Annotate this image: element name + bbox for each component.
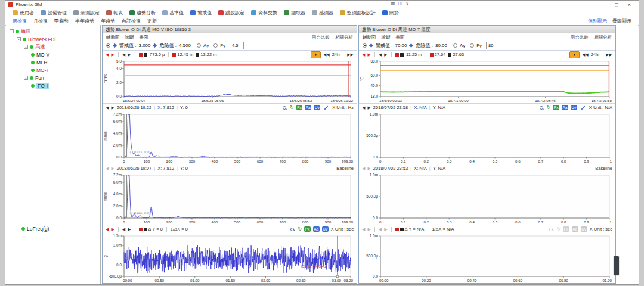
wave-prev-red-arrow-icon[interactable]: ◀ bbox=[106, 227, 109, 231]
measurement-item[interactable]: LoFreq(g) bbox=[6, 226, 100, 232]
temperature-waveform-chart[interactable]: 1.0m500.0μ0.000:0000.2000.4000.6000.8001… bbox=[359, 233, 615, 283]
tree-node-Fun[interactable]: -Fun bbox=[7, 74, 100, 82]
threshold-radio[interactable] bbox=[106, 43, 110, 48]
wave-zoom-icon[interactable] bbox=[290, 228, 294, 231]
aa-unit-button[interactable]: Aa bbox=[305, 105, 311, 110]
wave-next-red-arrow-icon[interactable]: ▶ bbox=[367, 227, 370, 231]
zoom-icon[interactable] bbox=[540, 106, 543, 110]
vibration-spectrum-chart[interactable]: 7.2m6.0m4.0m2.0m0.0010020030040050060070… bbox=[103, 111, 357, 164]
next-spectrum-arrow-icon[interactable]: ▶ bbox=[367, 105, 370, 110]
wave-aa-button[interactable]: Aa bbox=[572, 226, 578, 232]
device-manager-button[interactable]: 設備管理 bbox=[41, 10, 67, 16]
view-tab-5[interactable]: 自訂檢視 bbox=[122, 18, 141, 24]
wave-aa-button[interactable]: Aa bbox=[313, 226, 320, 232]
range-back-icon[interactable]: ◀◀ bbox=[323, 52, 330, 57]
next-point-arrow-icon[interactable]: ▶ bbox=[384, 52, 387, 57]
ay-radio[interactable] bbox=[197, 43, 201, 48]
temperature-spectrum-chart[interactable]: 1.0m500.0μ0.000.10.20.30.40.50.60.70.80.… bbox=[359, 111, 615, 164]
aa-unit-button[interactable]: Aa bbox=[562, 105, 568, 110]
view-tab-3[interactable]: 半年趨勢 bbox=[75, 18, 94, 24]
tree-expander-icon[interactable]: - bbox=[24, 76, 28, 80]
menu-diagnosis[interactable]: 診斷 bbox=[125, 35, 134, 41]
menu-screen[interactable]: 畫面 bbox=[396, 35, 405, 41]
uv-unit-button[interactable]: Uv bbox=[571, 105, 577, 110]
threshold-radio[interactable] bbox=[363, 43, 367, 48]
fy-radio[interactable] bbox=[213, 43, 218, 48]
close-button[interactable]: × bbox=[628, 2, 631, 8]
collector-button[interactable]: 擷取器 bbox=[284, 10, 305, 16]
wave-refresh-icon[interactable]: ↻ bbox=[556, 226, 561, 232]
next-alarm-arrow-icon[interactable]: ▶ bbox=[367, 52, 370, 57]
wave-refresh-icon[interactable]: ↻ bbox=[298, 226, 302, 232]
wave-next-red-arrow-icon[interactable]: ▶ bbox=[111, 227, 114, 231]
report-button[interactable]: 報表 bbox=[106, 10, 123, 16]
refresh-icon[interactable]: ↻ bbox=[547, 105, 551, 110]
chevron-down-icon[interactable]: ∨ bbox=[405, 1, 409, 6]
wave-next-arrow-icon[interactable]: ▶ bbox=[384, 227, 387, 231]
tree-expander-icon[interactable]: - bbox=[17, 37, 21, 41]
fy-value-input[interactable]: 80 bbox=[486, 42, 500, 49]
baseline-button[interactable]: 基準值 bbox=[162, 10, 184, 16]
prev-point-arrow-icon[interactable]: ◀ bbox=[379, 52, 382, 57]
view-tab-6[interactable]: 更新 bbox=[147, 18, 157, 24]
tree-node-FO-I[interactable]: FO-I bbox=[7, 82, 100, 89]
refresh-icon[interactable]: ↻ bbox=[290, 105, 294, 110]
prev-spectrum-arrow-icon[interactable]: ◀ bbox=[106, 105, 109, 110]
tree-expander-icon[interactable]: - bbox=[24, 45, 28, 49]
view-tab-4[interactable]: 年趨勢 bbox=[101, 18, 115, 24]
zoom-icon[interactable] bbox=[283, 106, 286, 110]
menu-diagnosis[interactable]: 診斷 bbox=[382, 35, 391, 41]
next-spectrum-arrow-icon[interactable]: ▶ bbox=[111, 105, 114, 110]
range-back-icon[interactable]: ◀◀ bbox=[582, 52, 589, 57]
tree-node-MO-T[interactable]: MO-T bbox=[7, 66, 100, 74]
next-baseline-arrow-icon[interactable]: ▶ bbox=[367, 166, 370, 170]
tree-node-MO-V[interactable]: MO-V bbox=[7, 51, 100, 58]
prev-baseline-arrow-icon[interactable]: ◀ bbox=[106, 166, 109, 170]
tree-node-Blower-O-Di[interactable]: -Blower-O-Di bbox=[7, 35, 100, 43]
tree-node-馬達[interactable]: -馬達 bbox=[7, 43, 100, 51]
vibration-trend-chart[interactable]: 5.04.02.00.018/6/24 00:0718/6/25 05:0618… bbox=[103, 58, 357, 103]
prev-point-arrow-icon[interactable]: ◀ bbox=[122, 52, 125, 57]
sensor-button[interactable]: 感測器 bbox=[312, 10, 333, 16]
compare-two-link[interactable]: 兩台比較 bbox=[312, 35, 330, 41]
collapsed-panel-handle[interactable] bbox=[614, 256, 619, 275]
prev-spectrum-arrow-icon[interactable]: ◀ bbox=[362, 105, 365, 110]
trip-settings-button[interactable]: 跳脫設定 bbox=[218, 10, 244, 16]
correlation-link[interactable]: 相關分析 bbox=[594, 35, 612, 41]
baseline-spectrum-chart[interactable]: 7.2m6.0m4.0m2.0m0.0010020030040050060070… bbox=[103, 172, 357, 225]
user-button[interactable]: 使用者 bbox=[13, 10, 34, 16]
ay-radio[interactable] bbox=[453, 43, 457, 48]
data-exchange-button[interactable]: 資料交換 bbox=[251, 10, 277, 16]
prev-baseline-arrow-icon[interactable]: ◀ bbox=[362, 166, 365, 170]
live-mode-button[interactable]: ● bbox=[569, 51, 580, 58]
fy-radio[interactable] bbox=[470, 43, 474, 48]
range-fwd-icon[interactable]: ▶▶ bbox=[347, 52, 354, 57]
menu-aux-pane[interactable]: 輔助面 bbox=[363, 35, 376, 41]
about-button[interactable]: 關於 bbox=[382, 10, 399, 16]
panel-design-button[interactable]: 監測面板設計 bbox=[340, 10, 376, 16]
wave-prev-arrow-icon[interactable]: ◀ bbox=[379, 227, 382, 231]
tree-node-MI-H[interactable]: MI-H bbox=[7, 58, 100, 66]
waveform-chart[interactable]: 1.5m1.0m0.0-600.0μ00:0000.5001.0001.5002… bbox=[103, 233, 357, 283]
px-unit-button[interactable]: Px bbox=[296, 105, 303, 110]
wave-px-button[interactable]: Px bbox=[304, 226, 311, 232]
minimize-button[interactable]: – bbox=[602, 2, 605, 8]
uv-unit-button[interactable]: Uv bbox=[314, 105, 320, 110]
wave-zoom-icon[interactable] bbox=[549, 228, 553, 231]
menu-aux-pane[interactable]: 輔助面 bbox=[106, 35, 120, 41]
next-alarm-arrow-icon[interactable]: ▶ bbox=[111, 52, 114, 57]
compare-two-link[interactable]: 兩台比較 bbox=[571, 35, 589, 41]
next-baseline-arrow-icon[interactable]: ▶ bbox=[111, 166, 114, 170]
prev-alarm-arrow-icon[interactable]: ◀ bbox=[106, 52, 109, 57]
maximize-button[interactable]: □ bbox=[615, 2, 618, 8]
range-fwd-icon[interactable]: ▶▶ bbox=[606, 52, 612, 57]
pencil-icon[interactable] bbox=[324, 105, 329, 110]
wave-uv-button[interactable]: Uv bbox=[581, 226, 587, 232]
view-tab-0[interactable]: 周檢視 bbox=[13, 18, 27, 24]
prev-alarm-arrow-icon[interactable]: ◀ bbox=[362, 52, 365, 57]
wave-prev-red-arrow-icon[interactable]: ◀ bbox=[362, 227, 365, 231]
wave-next-arrow-icon[interactable]: ▶ bbox=[128, 227, 131, 231]
pencil-icon[interactable] bbox=[581, 105, 585, 110]
wave-uv-button[interactable]: Uv bbox=[322, 226, 329, 232]
wave-px-button[interactable]: Px bbox=[563, 226, 569, 232]
